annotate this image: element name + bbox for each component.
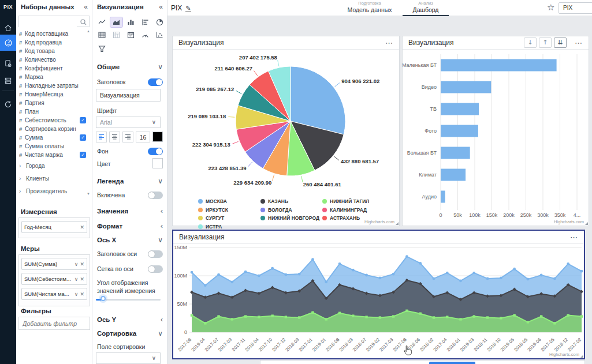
resize-handle-icon[interactable] (580, 355, 583, 358)
highcharts-credit[interactable]: Highcharts.com (364, 219, 394, 224)
dataset-field-item[interactable]: #Код продавца (19, 38, 86, 47)
funnel-icon[interactable] (96, 44, 108, 54)
remove-icon[interactable]: ✕ (80, 261, 84, 267)
home-icon[interactable] (0, 20, 16, 36)
legend-item-НИЖНИЙ ТАГИЛ[interactable]: НИЖНИЙ ТАГИЛ (322, 197, 369, 206)
collapse-panel-icon[interactable]: « (84, 3, 88, 11)
sort-default-button[interactable]: ⇊ (554, 37, 567, 48)
bar-chart-icon[interactable] (139, 17, 151, 27)
pie-visual-card[interactable]: Визуализация ⋯ 904 906 221.02432 880 681… (172, 36, 400, 226)
section-axis-x[interactable]: Ось X ∨ (97, 237, 163, 243)
dataset-field-item[interactable]: #Себестоимость✓ (19, 116, 86, 125)
font-family-select[interactable]: Arial ∨ (96, 117, 161, 128)
add-filter-input[interactable] (18, 317, 90, 330)
align-left-button[interactable] (96, 132, 107, 142)
dataset-field-item[interactable]: #Код поставщика (19, 29, 86, 38)
dataset-field-item[interactable]: #План (19, 107, 86, 116)
sort-ascending-button[interactable]: ↑ (539, 37, 552, 48)
line-chart-icon[interactable] (96, 17, 108, 27)
dimension-chip[interactable]: Год-Месяц✕ (21, 221, 87, 233)
dataset-field-item[interactable]: #Накладные затраты (19, 81, 86, 90)
legend-item-КАЗАНЬ[interactable]: КАЗАНЬ (260, 197, 319, 206)
legend-item-АСТРАХАНЬ[interactable]: АСТРАХАНЬ (322, 214, 369, 223)
bar-visual-card[interactable]: Визуализация ↓ ↑ ⇊ ⋯ 050k100k150k200k250… (402, 36, 589, 226)
edit-title-icon[interactable]: ✎ (185, 5, 191, 12)
checked-checkbox[interactable]: ✓ (80, 134, 86, 141)
dataset-search-input[interactable] (19, 17, 77, 28)
tab-dashboard[interactable]: Анализ Дашборд (403, 1, 449, 16)
pivot-table-icon[interactable] (110, 30, 122, 40)
header-toggle[interactable] (148, 78, 163, 86)
dataset-field-item[interactable]: #НомерМесяца (19, 90, 86, 99)
pie-chart-icon[interactable] (154, 17, 166, 27)
search-icon[interactable] (80, 18, 87, 28)
axis-grid-toggle[interactable] (148, 265, 163, 273)
more-menu-icon[interactable]: ⋯ (569, 36, 589, 50)
dataset-field-item[interactable]: #Количество (19, 55, 86, 64)
checked-checkbox[interactable]: ✓ (80, 152, 86, 158)
column-chart-icon[interactable] (125, 17, 137, 27)
measures-dropzone[interactable]: SUM(Сумма)∨✕SUM(Себестоим...∨✕SUM(Чистая… (18, 254, 90, 306)
bar-Видео[interactable] (441, 81, 491, 93)
dataset-field-item[interactable]: #Коэффициент (19, 64, 86, 73)
measure-chip[interactable]: SUM(Себестоим...∨✕ (21, 273, 87, 285)
bar-Аудио[interactable] (441, 191, 445, 203)
background-toggle[interactable] (148, 148, 163, 155)
dimensions-dropzone[interactable]: Год-Месяц✕ (18, 217, 90, 238)
measure-chip[interactable]: SUM(Чистая ма...∨✕ (21, 288, 87, 300)
collapse-panel-icon[interactable]: « (159, 3, 163, 11)
legend-toggle[interactable] (148, 192, 163, 199)
dataset-field-item[interactable]: #Сортировка корзин (19, 125, 86, 133)
dataset-field-item[interactable]: #Сумма✓ (19, 133, 86, 142)
bar-Большая БТ[interactable] (441, 147, 470, 159)
dataset-field-item[interactable]: #Партия (19, 99, 86, 107)
bar-Климат[interactable] (441, 169, 466, 181)
bar-ТВ[interactable] (441, 103, 479, 115)
refresh-icon[interactable] (0, 96, 16, 112)
dataset-field-item[interactable]: #Код товара (19, 47, 86, 55)
area-chart-icon[interactable] (110, 17, 122, 27)
scroll-down-icon[interactable]: ▼ (87, 192, 90, 196)
section-general[interactable]: Общие ∨ (97, 63, 163, 70)
font-size-input[interactable] (136, 132, 150, 142)
section-sorting[interactable]: Сортировка ∨ (97, 330, 163, 337)
calendar-icon[interactable] (125, 30, 137, 40)
dataset-group-item[interactable]: ›Производитель (19, 185, 86, 196)
chevron-down-icon[interactable]: ∨ (75, 291, 79, 297)
section-axis-y[interactable]: Ось Y ‹ (97, 316, 163, 323)
resize-handle-icon[interactable] (396, 222, 399, 225)
angle-slider-knob[interactable] (100, 296, 106, 301)
legend-item-КАЛИНИНГРАД[interactable]: КАЛИНИНГРАД (322, 206, 369, 215)
gauge-icon[interactable] (139, 30, 151, 40)
dataset-group-item[interactable]: ›Города (19, 159, 86, 172)
scroll-up-icon[interactable]: ▲ (87, 29, 90, 33)
remove-icon[interactable]: ✕ (80, 224, 84, 230)
scatter-icon[interactable] (154, 30, 166, 40)
dataset-field-item[interactable]: #Маржа (19, 73, 86, 81)
remove-icon[interactable]: ✕ (80, 276, 84, 282)
dataset-group-item[interactable]: ›Клиенты (19, 172, 86, 185)
highcharts-credit[interactable]: Highcharts.com (554, 219, 584, 224)
section-values[interactable]: Значения ‹ (97, 208, 163, 215)
dataset-field-item[interactable]: #Чистая маржа✓ (19, 151, 86, 159)
legend-item-ВОЛОГДА[interactable]: ВОЛОГДА (260, 206, 319, 215)
more-menu-icon[interactable]: ⋯ (564, 231, 584, 244)
chart-title-input[interactable] (96, 89, 161, 102)
measure-chip[interactable]: SUM(Сумма)∨✕ (21, 258, 87, 270)
tab-data-model[interactable]: Подготовка Модель данных (341, 1, 399, 15)
dataset-list-scrollbar[interactable]: ▲ ▼ (86, 29, 91, 196)
area-visual-card[interactable]: Визуализация ⋯ 050M100M150M2017-062019-0… (172, 230, 585, 359)
align-center-button[interactable] (109, 132, 120, 142)
section-legend[interactable]: Легенда ∨ (97, 178, 163, 185)
legend-item-МОСКВА[interactable]: МОСКВА (198, 197, 228, 206)
section-format[interactable]: Формат ‹ (97, 223, 163, 230)
storage-icon[interactable] (0, 73, 16, 89)
legend-item-НИЖНИЙ НОВГОРОД[interactable]: НИЖНИЙ НОВГОРОД (260, 214, 319, 223)
background-color-swatch[interactable] (152, 158, 163, 168)
dashboard-gauge-icon[interactable] (0, 35, 16, 51)
legend-item-ИРКУТСК[interactable]: ИРКУТСК (198, 206, 228, 215)
chevron-down-icon[interactable]: ∨ (75, 261, 79, 267)
bar-Маленькая БТ[interactable] (441, 59, 557, 72)
workspace-badge[interactable]: PIX (559, 2, 592, 14)
data-model-icon[interactable] (0, 55, 16, 72)
